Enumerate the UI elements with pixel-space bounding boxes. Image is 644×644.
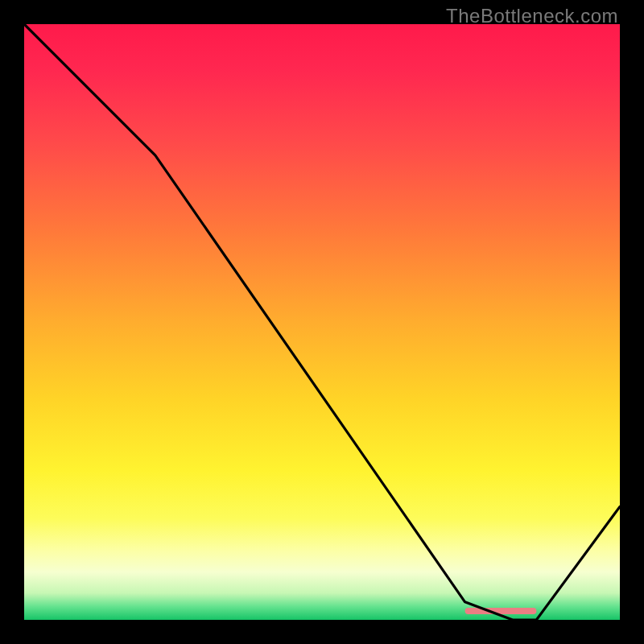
bottleneck-chart	[24, 24, 620, 620]
chart-stage: TheBottleneck.com	[0, 0, 644, 644]
chart-plot-area	[24, 24, 620, 620]
optimal-range-marker	[465, 608, 537, 614]
